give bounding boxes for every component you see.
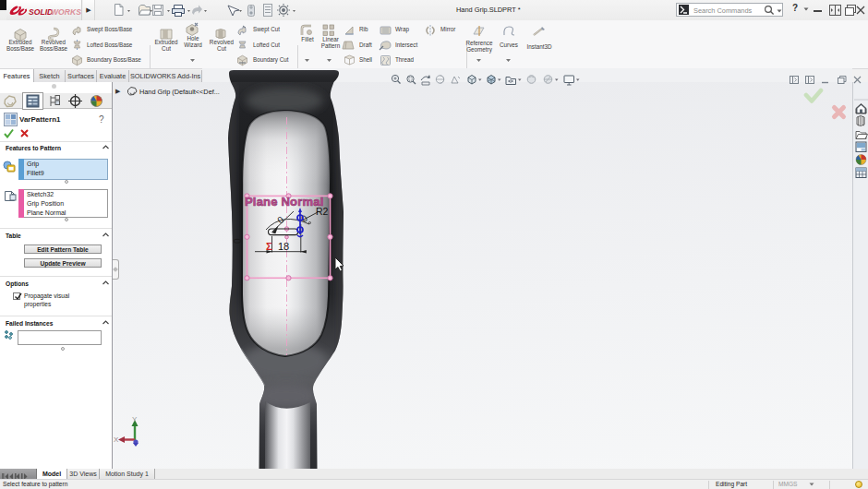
svg-text:Plane Normal: Plane Normal (245, 195, 324, 209)
svg-text:X: X (114, 435, 119, 444)
svg-text:Y: Y (132, 415, 138, 423)
svg-text:0: 0 (233, 238, 243, 244)
svg-text:Σ: Σ (266, 241, 272, 252)
svg-text:18: 18 (278, 241, 289, 252)
svg-text:R2: R2 (316, 206, 329, 217)
